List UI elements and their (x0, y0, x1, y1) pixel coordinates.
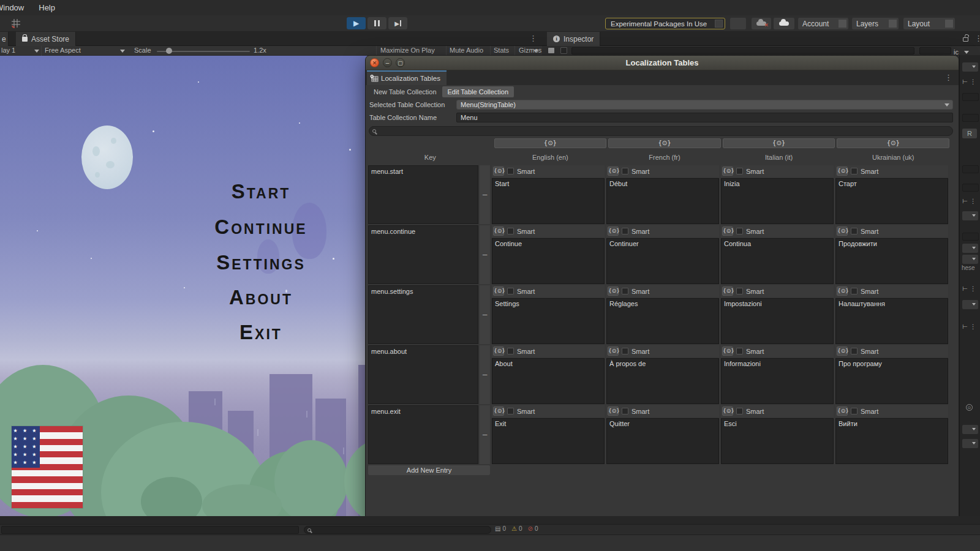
translation-value-field[interactable]: Quitter (606, 418, 719, 464)
menu-help[interactable]: Help (39, 3, 55, 12)
metadata-pin-button[interactable]: {⊙} (837, 407, 848, 416)
translation-value-field[interactable]: Réglages (606, 298, 719, 344)
play-button[interactable]: ▶ (347, 17, 366, 29)
translation-value-field[interactable]: About (492, 358, 605, 404)
smart-checkbox[interactable] (736, 408, 743, 414)
translation-value-field[interactable]: Exit (492, 418, 605, 464)
column-metadata-button[interactable]: {⊙} (837, 138, 949, 148)
experimental-packages-badge[interactable]: Experimental Packages In Use (605, 18, 725, 29)
translation-value-field[interactable]: Про програму (835, 358, 948, 404)
sliver-field[interactable] (962, 233, 979, 241)
translation-value-field[interactable]: Продовжити (835, 238, 948, 284)
row-remove-handle[interactable]: − (480, 165, 490, 224)
collab-button[interactable]: ✕ (752, 18, 771, 29)
metadata-pin-button[interactable]: {⊙} (608, 227, 619, 236)
translation-value-field[interactable]: Start (492, 178, 605, 224)
sliver-field[interactable] (962, 165, 979, 173)
smart-checkbox[interactable] (622, 228, 628, 234)
help-icon[interactable]: ⊙ (966, 404, 973, 411)
smart-checkbox[interactable] (736, 288, 743, 294)
translation-value-field[interactable]: Continuer (606, 238, 719, 284)
inspector-mini-field[interactable] (919, 47, 951, 54)
window-close-button[interactable]: ✕ (370, 58, 379, 67)
metadata-pin-button[interactable]: {⊙} (493, 287, 504, 296)
metadata-pin-button[interactable]: {⊙} (493, 407, 504, 416)
key-cell[interactable]: menu.settings (368, 285, 478, 344)
display-dropdown[interactable]: lay 1 (1, 47, 15, 54)
translation-value-field[interactable]: Settings (492, 298, 605, 344)
smart-checkbox[interactable] (507, 168, 514, 174)
key-cell[interactable]: menu.about (368, 345, 478, 404)
rotation-button[interactable]: R (962, 129, 977, 138)
metadata-pin-button[interactable]: {⊙} (608, 407, 619, 416)
maximize-on-play-toggle[interactable]: Maximize On Play (380, 47, 435, 54)
sliver-field[interactable] (962, 184, 979, 192)
metadata-pin-button[interactable]: {⊙} (608, 167, 619, 176)
console-message-count[interactable]: ▤0 (495, 525, 506, 532)
sliver-dropdown[interactable] (962, 211, 978, 220)
console-search-input[interactable] (304, 526, 491, 534)
scale-slider-knob[interactable] (166, 48, 172, 54)
new-table-collection-button[interactable]: New Table Collection (368, 86, 442, 97)
translation-value-field[interactable]: Informazioni (721, 358, 834, 404)
bottom-panel-field[interactable] (1, 526, 299, 534)
game-menu-item[interactable]: Continue (214, 216, 307, 239)
smart-checkbox[interactable] (622, 288, 628, 294)
metadata-pin-button[interactable]: {⊙} (493, 167, 504, 176)
metadata-pin-button[interactable]: {⊙} (837, 227, 848, 236)
smart-checkbox[interactable] (736, 168, 743, 174)
smart-checkbox[interactable] (622, 168, 628, 174)
sliver-dropdown[interactable] (962, 62, 978, 72)
lock-icon[interactable] (963, 37, 968, 42)
window-panel-menu-icon[interactable]: ⋮ (944, 73, 952, 81)
translation-value-field[interactable]: Esci (721, 418, 834, 464)
account-dropdown[interactable]: Account (798, 18, 848, 29)
localization-tables-tab[interactable]: Localization Tables (367, 70, 447, 85)
preset-menu-icons[interactable]: ⊢⋮ (962, 285, 979, 292)
metadata-pin-button[interactable]: {⊙} (722, 287, 733, 296)
metadata-pin-button[interactable]: {⊙} (608, 287, 619, 296)
row-remove-handle[interactable]: − (480, 225, 490, 284)
smart-checkbox[interactable] (736, 228, 743, 234)
add-new-entry-button[interactable]: Add New Entry (368, 465, 490, 475)
selected-table-collection-dropdown[interactable]: Menu(StringTable) (456, 100, 953, 110)
smart-checkbox[interactable] (507, 288, 514, 294)
smart-checkbox[interactable] (622, 348, 628, 354)
metadata-pin-button[interactable]: {⊙} (722, 407, 733, 416)
gameobject-name-field[interactable] (571, 47, 914, 54)
game-menu-item[interactable]: Start (232, 180, 291, 203)
step-button[interactable]: ▶ (388, 17, 407, 29)
tab-asset-store[interactable]: Asset Store (16, 32, 76, 46)
translation-value-field[interactable]: À propos de (606, 358, 719, 404)
preset-menu-icons[interactable]: ⊢⋮ (962, 323, 979, 330)
translation-value-field[interactable]: Inizia (721, 178, 834, 224)
table-collection-name-field[interactable]: Menu (456, 113, 953, 122)
undo-history-button[interactable] (730, 18, 746, 29)
metadata-pin-button[interactable]: {⊙} (493, 227, 504, 236)
key-cell[interactable]: menu.start (368, 165, 478, 224)
smart-checkbox[interactable] (507, 408, 514, 414)
console-warning-count[interactable]: ⚠0 (511, 525, 522, 532)
cloud-button[interactable] (774, 18, 794, 29)
experimental-dropdown-box[interactable] (715, 20, 723, 28)
console-error-count[interactable]: ⊘0 (528, 525, 538, 532)
translation-value-field[interactable]: Старт (835, 178, 948, 224)
table-search-input[interactable] (369, 126, 953, 136)
layout-dropdown[interactable]: Layout (903, 18, 955, 29)
row-remove-handle[interactable]: − (480, 285, 490, 344)
column-metadata-button[interactable]: {⊙} (494, 138, 607, 148)
smart-checkbox[interactable] (851, 348, 858, 354)
sliver-dropdown[interactable] (962, 244, 978, 253)
column-metadata-button[interactable]: {⊙} (608, 138, 721, 148)
sliver-dropdown[interactable] (962, 300, 978, 309)
smart-checkbox[interactable] (851, 288, 858, 294)
smart-checkbox[interactable] (851, 168, 858, 174)
game-panel-menu-icon[interactable]: ⋮ (529, 34, 537, 42)
edit-table-collection-button[interactable]: Edit Table Collection (442, 86, 514, 97)
metadata-pin-button[interactable]: {⊙} (837, 167, 848, 176)
preset-menu-icons[interactable]: ⊢⋮ (962, 198, 979, 204)
sliver-dropdown[interactable] (962, 425, 978, 434)
row-remove-handle[interactable]: − (480, 405, 490, 464)
smart-checkbox[interactable] (851, 408, 858, 414)
translation-value-field[interactable]: Налаштування (835, 298, 948, 344)
